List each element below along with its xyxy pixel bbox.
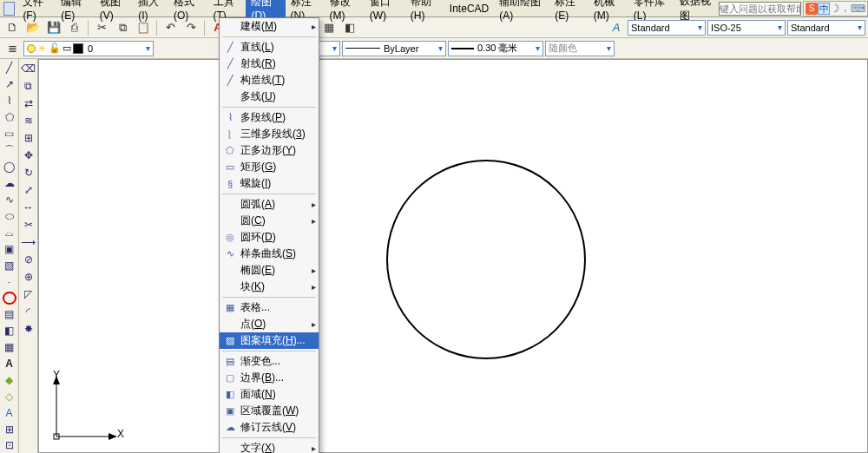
drawn-circle[interactable] bbox=[386, 160, 586, 359]
scale-tool[interactable]: ⤢ bbox=[21, 182, 36, 198]
array-tool[interactable]: ⊞ bbox=[21, 130, 36, 146]
tool-green1[interactable]: ◆ bbox=[2, 372, 17, 387]
fillet-tool[interactable]: ◜ bbox=[21, 304, 36, 319]
tool-green2[interactable]: ◇ bbox=[2, 389, 17, 404]
xline-tool[interactable]: ↗ bbox=[2, 77, 17, 92]
help-search-input[interactable] bbox=[719, 2, 801, 16]
menu-item-三维多段线[interactable]: ⦚三维多段线(3) bbox=[220, 126, 319, 142]
chamfer-tool[interactable]: ◸ bbox=[21, 286, 36, 302]
insert-block-tool[interactable]: ▣ bbox=[2, 242, 17, 257]
mtext-tool[interactable]: A bbox=[2, 356, 17, 371]
menu-item-区域覆盖[interactable]: ▣区域覆盖(W) bbox=[220, 403, 319, 419]
menu-item-点[interactable]: 点(O)▸ bbox=[220, 316, 319, 332]
menu-window[interactable]: 窗口(W) bbox=[365, 0, 405, 23]
table-tool[interactable]: ▦ bbox=[2, 339, 17, 354]
menu-item-文字[interactable]: 文字(X)▸ bbox=[220, 440, 319, 453]
linetype-combo[interactable]: ByLayer▾ bbox=[342, 41, 446, 56]
extend-tool[interactable]: ⟶ bbox=[21, 234, 36, 250]
menu-item-渐变色...[interactable]: ▤渐变色... bbox=[220, 353, 319, 370]
menu-help[interactable]: 帮助(H) bbox=[405, 0, 444, 23]
region-tool[interactable]: ◧ bbox=[2, 323, 17, 338]
layer-combo[interactable]: ☀ 🔓 ▭ 0 ▾ bbox=[23, 41, 154, 56]
cut-button[interactable]: ✂ bbox=[92, 19, 111, 36]
menu-item-表格...[interactable]: ▦表格... bbox=[220, 299, 319, 316]
menu-item-射线[interactable]: ╱射线(R) bbox=[220, 56, 319, 72]
polyline-tool[interactable]: ⌇ bbox=[2, 94, 17, 108]
make-block-tool[interactable]: ▧ bbox=[2, 259, 17, 273]
menu-item-构造线[interactable]: ╱构造线(T) bbox=[220, 72, 319, 89]
tool-blue1[interactable]: A bbox=[2, 405, 17, 420]
circle-tool[interactable]: ◯ bbox=[2, 160, 17, 174]
menu-item-螺旋[interactable]: §螺旋(I) bbox=[220, 175, 319, 192]
axis-x-label: X bbox=[117, 428, 124, 440]
ime-indicator[interactable]: S 中 ☽ ， ⌨ bbox=[803, 1, 868, 16]
rectangle-tool[interactable]: ▭ bbox=[2, 127, 17, 141]
menu-item-样条曲线[interactable]: ∿样条曲线(S) bbox=[220, 246, 319, 262]
polygon-tool[interactable]: ⬠ bbox=[2, 110, 17, 125]
mirror-tool[interactable]: ⇄ bbox=[21, 95, 36, 111]
undo-button[interactable]: ↶ bbox=[161, 19, 180, 36]
point-tool[interactable]: · bbox=[2, 275, 17, 290]
menu-item-椭圆[interactable]: 椭圆(E)▸ bbox=[220, 262, 319, 279]
menu-item-label: 建模(M) bbox=[240, 19, 277, 34]
menu-item-圆弧[interactable]: 圆弧(A)▸ bbox=[220, 196, 319, 213]
menu-item-边界[interactable]: ▢边界(B)... bbox=[220, 370, 319, 386]
ellipse-tool[interactable]: ⬭ bbox=[2, 209, 17, 224]
stretch-tool[interactable]: ↔ bbox=[21, 200, 36, 215]
sun-icon: ☀ bbox=[37, 43, 47, 55]
new-button[interactable]: 🗋 bbox=[3, 19, 22, 36]
paste-button[interactable]: 📋 bbox=[134, 19, 153, 36]
menu-item-建模[interactable]: 建模(M)▸ bbox=[220, 18, 319, 35]
menu-item-矩形[interactable]: ▭矩形(G) bbox=[220, 159, 319, 175]
menu-item-直线[interactable]: ╱直线(L) bbox=[220, 39, 319, 56]
plotstyle-combo[interactable]: 随颜色▾ bbox=[545, 41, 615, 56]
menu-item-圆[interactable]: 圆(C)▸ bbox=[220, 213, 319, 229]
textstyle-icon[interactable]: A bbox=[607, 19, 626, 36]
rotate-tool[interactable]: ↻ bbox=[21, 165, 36, 181]
print-button[interactable]: ⎙ bbox=[65, 19, 84, 36]
lineweight-combo[interactable]: 0.30 毫米▾ bbox=[448, 41, 543, 56]
menu-item-修订云线[interactable]: ☁修订云线(V) bbox=[220, 419, 319, 436]
offset-tool[interactable]: ≋ bbox=[21, 113, 36, 128]
menu-item-多段线[interactable]: ⌇多段线(P) bbox=[220, 109, 319, 126]
revcloud-tool[interactable]: ☁ bbox=[2, 176, 17, 191]
drawing-canvas[interactable]: Y X bbox=[38, 59, 868, 453]
spline-tool[interactable]: ∿ bbox=[2, 193, 17, 207]
menu-item-圆环[interactable]: ◎圆环(D) bbox=[220, 229, 319, 246]
tool-misc2[interactable]: ⊡ bbox=[2, 438, 17, 453]
hatch-tool-highlighted[interactable] bbox=[3, 292, 16, 305]
ucs-icon: Y X bbox=[49, 374, 119, 443]
tablestyle-combo[interactable]: Standard▾ bbox=[787, 20, 865, 36]
ellipse-arc-tool[interactable]: ⌓ bbox=[2, 226, 17, 240]
tool-extra2[interactable]: ◧ bbox=[340, 19, 359, 36]
layers-icon[interactable]: ≣ bbox=[3, 40, 22, 57]
move-tool[interactable]: ✥ bbox=[21, 148, 36, 163]
arc-tool[interactable]: ⌒ bbox=[2, 143, 17, 158]
erase-tool[interactable]: ⌫ bbox=[21, 61, 36, 76]
menu-item-图案填充[interactable]: ▨图案填充(H)... bbox=[220, 332, 319, 349]
textstyle-combo[interactable]: Standard▾ bbox=[628, 20, 706, 36]
tool-extra1[interactable]: ▦ bbox=[319, 19, 339, 36]
break-tool[interactable]: ⊘ bbox=[21, 252, 36, 267]
join-tool[interactable]: ⊕ bbox=[21, 269, 36, 285]
trim-tool[interactable]: ✂ bbox=[21, 217, 36, 233]
menu-dim2[interactable]: 标注(E) bbox=[549, 0, 588, 23]
menu-item-label: 圆弧(A) bbox=[240, 197, 275, 212]
menu-item-正多边形[interactable]: ⬠正多边形(Y) bbox=[220, 142, 319, 159]
copy-tool[interactable]: ⧉ bbox=[21, 78, 36, 94]
explode-tool[interactable]: ✸ bbox=[21, 321, 36, 337]
menu-intecad[interactable]: InteCAD bbox=[444, 1, 494, 16]
lock-icon: 🔓 bbox=[49, 43, 61, 54]
copy-button[interactable]: ⧉ bbox=[113, 19, 132, 36]
gradient-tool[interactable]: ▤ bbox=[2, 306, 17, 321]
tool-misc1[interactable]: ⊞ bbox=[2, 422, 17, 437]
save-button[interactable]: 💾 bbox=[44, 19, 63, 36]
menu-auxdraw[interactable]: 辅助绘图(A) bbox=[494, 0, 549, 23]
open-button[interactable]: 📂 bbox=[23, 19, 43, 36]
menu-item-块[interactable]: 块(K)▸ bbox=[220, 279, 319, 295]
redo-button[interactable]: ↷ bbox=[181, 19, 201, 36]
dimstyle-combo[interactable]: ISO-25▾ bbox=[707, 20, 786, 36]
menu-item-多线[interactable]: 多线(U) bbox=[220, 89, 319, 105]
line-tool[interactable]: ╱ bbox=[2, 61, 17, 76]
menu-item-面域[interactable]: ◧面域(N) bbox=[220, 386, 319, 403]
